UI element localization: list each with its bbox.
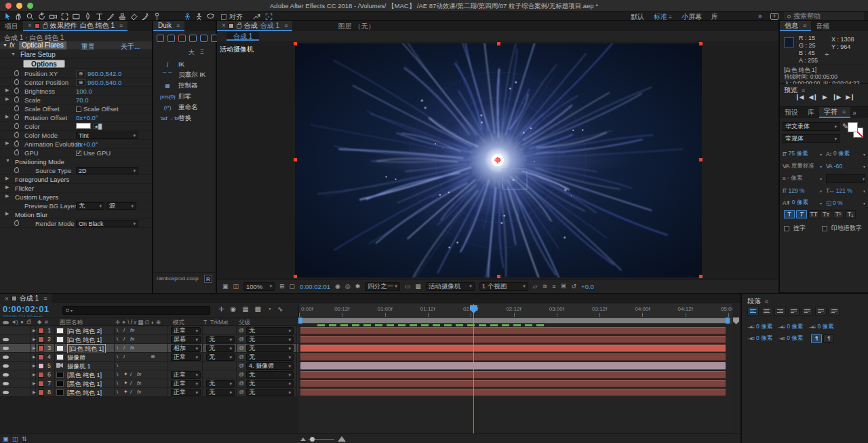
rainbox-link[interactable]: rainboxprod.coop <box>157 275 199 282</box>
eye-icon[interactable] <box>3 347 9 350</box>
expand-layer-switches-icon[interactable]: ▣ <box>3 436 9 442</box>
eyedropper-icon[interactable]: ◄█ <box>93 123 102 129</box>
workspace-tab-2[interactable]: 小屏幕 <box>682 12 702 22</box>
close-icon[interactable]: × <box>28 22 32 29</box>
blend-mode-select[interactable]: 相加▾ <box>171 345 201 352</box>
space-after-field[interactable]: ⇥≡0 像素 <box>778 334 803 343</box>
blend-mode-select[interactable]: 正常▾ <box>171 371 201 379</box>
pen-tool[interactable] <box>83 12 92 21</box>
effect-param-animation-evolution[interactable]: ▶Animation Evolution0x+0.0° <box>0 140 152 149</box>
trkmat-column-label[interactable]: TrkMat <box>210 319 228 326</box>
justify-last-left-button[interactable] <box>788 307 800 315</box>
group-arrow-icon[interactable]: ▶ <box>5 211 9 216</box>
parent-select[interactable]: 无▾ <box>246 380 294 387</box>
indent-right-field[interactable]: ⇥≡0 像素 <box>808 323 833 331</box>
param-control[interactable]: 100.0 <box>76 88 148 95</box>
layer-duration-bar-3[interactable] <box>300 345 726 352</box>
options-button[interactable]: Options <box>23 60 65 68</box>
eraser-tool[interactable] <box>130 12 138 21</box>
switch-s-icon[interactable]: / <box>123 345 125 351</box>
timeline-layer-row-4[interactable]: ▶4摄像师\/⊕正常▾无▾@无▾ <box>0 353 298 362</box>
param-control[interactable]: Tint▾ <box>76 132 148 139</box>
effect-header-row[interactable]: ▼ fx Optical Flares 重置 关于... <box>0 41 152 50</box>
stopwatch-icon[interactable] <box>14 150 19 155</box>
panel-menu-icon[interactable]: ≡ <box>803 22 806 29</box>
switch-q-icon[interactable]: \ <box>117 362 118 368</box>
duik-item-5[interactable]: 'ad'→'br'替换 <box>153 113 216 123</box>
justify-last-center-button[interactable] <box>802 307 813 315</box>
hand-tool[interactable] <box>14 12 23 21</box>
parent-pickwhip-icon[interactable]: @ <box>239 380 244 386</box>
param-value[interactable]: 0x+0.0° <box>76 140 98 148</box>
shared-view-icon[interactable] <box>252 12 261 21</box>
flare-setup-group-row[interactable]: ▼ Flare Setup <box>0 50 152 59</box>
stopwatch-icon[interactable] <box>14 123 19 129</box>
switch-s-icon[interactable]: / <box>123 336 125 342</box>
position-picker-icon[interactable]: ⊕ <box>76 71 85 77</box>
switch-s-icon[interactable]: / <box>123 327 125 333</box>
parent-pickwhip-icon[interactable]: @ <box>239 345 244 351</box>
panel-menu-icon[interactable]: ≡ <box>43 295 47 302</box>
switch-s-icon[interactable]: / <box>130 389 132 395</box>
parent-select[interactable]: 无▾ <box>246 371 294 379</box>
effect-param-preview-bg-layer[interactable]: Preview BG Layer无▾源▾ <box>0 201 152 210</box>
switch-fx-icon[interactable]: fx <box>137 380 141 386</box>
font-family-select[interactable]: 华文隶体▾ <box>783 122 840 131</box>
comp-corner-handle[interactable] <box>294 42 297 45</box>
workspace-tab-1[interactable]: 标准 ≡ <box>654 12 672 22</box>
timeline-layer-row-6[interactable]: ▶6[黑色 纯色 1]\✦/fx正常▾@无▾ <box>0 370 298 379</box>
param-select[interactable]: Tint▾ <box>76 132 138 139</box>
group-arrow-icon[interactable]: ▼ <box>11 52 16 56</box>
fill-color-swatch[interactable] <box>848 122 858 132</box>
group-arrow-icon[interactable]: ▶ <box>5 176 9 181</box>
subscript-button[interactable]: T₁ <box>845 210 856 218</box>
param-control[interactable]: 2D▾ <box>76 167 148 174</box>
zoom-tool[interactable] <box>26 12 35 21</box>
timeline-search-field[interactable]: ▾ <box>62 306 210 315</box>
snapshot-icon[interactable]: ◉ <box>335 283 340 290</box>
layer-duration-bar-7[interactable] <box>300 380 726 387</box>
magnification-select[interactable]: 100%▾ <box>243 282 275 291</box>
align-left-button[interactable] <box>747 307 759 315</box>
label-color-chip[interactable] <box>38 354 44 360</box>
switch-q-icon[interactable]: \ <box>117 345 118 351</box>
effect-param-color[interactable]: Color◄█ <box>0 122 152 131</box>
param-select[interactable]: 2D▾ <box>76 167 138 174</box>
tab-presets[interactable]: 预设 <box>780 107 803 118</box>
expand-icon[interactable]: Ξ <box>200 48 204 57</box>
stopwatch-icon[interactable] <box>14 79 19 85</box>
timeline-layer-row-3[interactable]: ▶3[白色 纯色 1]\/fx相加▾无▾@无▾ <box>0 344 298 353</box>
work-area-start-handle[interactable] <box>298 317 302 324</box>
grid-calc-icon[interactable] <box>167 35 175 42</box>
time-ruler[interactable]: 0:00f00:12f01:00f01:12f02:00f02:12f03:00… <box>298 304 732 317</box>
stroke-width-field[interactable]: ≡- 像素▾ <box>783 174 822 182</box>
effect-param-positioning-mode[interactable]: ▼Positioning Mode <box>0 157 152 166</box>
reset-exposure-icon[interactable]: ↺ <box>572 283 577 290</box>
switch-q-icon[interactable]: \ <box>117 380 118 386</box>
close-icon[interactable]: × <box>5 295 9 303</box>
eye-icon[interactable] <box>3 338 9 341</box>
duik-item-0[interactable]: ʃIK <box>153 58 216 69</box>
timeline-zoom-slider[interactable] <box>309 439 334 440</box>
align-checkbox[interactable] <box>221 14 226 20</box>
duik-item-4[interactable]: (\*)重命名 <box>153 102 216 113</box>
comp-corner-handle[interactable] <box>699 42 703 45</box>
skip-start-button[interactable]: ❙◀ <box>795 94 803 100</box>
group-arrow-icon[interactable]: ▼ <box>5 158 10 163</box>
layer-duration-bar-5[interactable] <box>300 362 726 370</box>
more-workspaces-chevron[interactable]: » <box>758 12 762 20</box>
label-color-chip[interactable] <box>38 363 44 369</box>
small-caps-button[interactable]: Tᴛ <box>821 210 831 218</box>
switch-s-icon[interactable]: / <box>123 353 125 360</box>
duik-item-1[interactable]: ⌒⌒贝塞尔 IK <box>153 69 216 80</box>
stopwatch-icon[interactable] <box>14 115 19 120</box>
switch-fx-icon[interactable]: fx <box>130 327 134 333</box>
timeline-track-area[interactable] <box>298 326 732 434</box>
param-control[interactable]: ⊕960.0,542.0 <box>76 70 148 77</box>
expand-inout-icon[interactable]: ⇅ <box>22 436 27 442</box>
eye-icon[interactable] <box>3 373 9 377</box>
label-color-chip[interactable] <box>38 345 44 351</box>
tab-library[interactable]: 库 <box>803 107 819 118</box>
switch-q-icon[interactable]: \ <box>117 327 118 333</box>
effect-param-brightness[interactable]: ▶Brightness100.0 <box>0 87 152 96</box>
